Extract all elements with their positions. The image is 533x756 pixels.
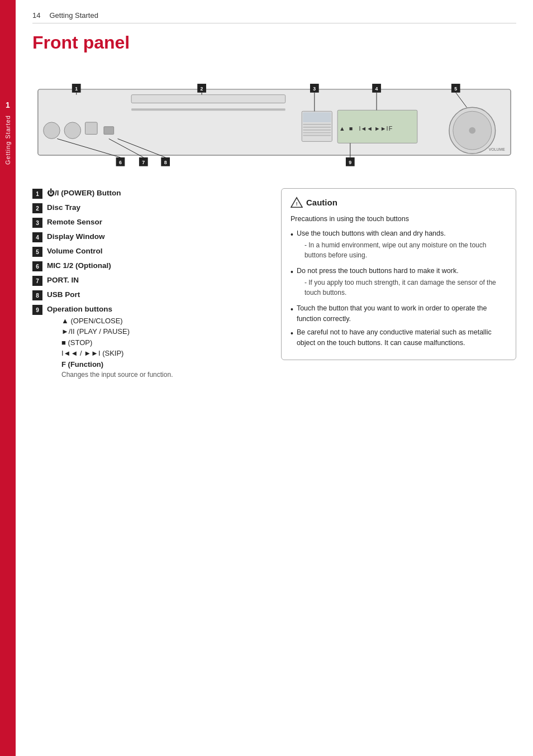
- label-sub-open-close: ▲ (OPEN/CLOSE): [61, 315, 173, 327]
- page-section: Getting Started: [49, 11, 98, 20]
- caution-title: Caution: [306, 197, 337, 209]
- svg-rect-10: [303, 127, 331, 128]
- svg-text:6: 6: [119, 160, 122, 165]
- caution-header: ! Caution: [291, 197, 507, 209]
- caution-box: ! Caution Precautions in using the touch…: [281, 188, 516, 360]
- caution-bullet-3: • Touch the button that you want to work…: [291, 303, 507, 324]
- device-svg: ▲ ■ I◄◄ ►►I F VOLUME 1 2 3 4 5: [32, 66, 516, 173]
- caution-icon: !: [291, 197, 303, 209]
- svg-text:7: 7: [142, 160, 145, 165]
- badge-5: 5: [32, 247, 42, 257]
- sidebar-number: 1: [6, 101, 10, 109]
- page-header: 14 Getting Started: [32, 11, 516, 23]
- caution-column: ! Caution Precautions in using the touch…: [281, 188, 516, 360]
- sidebar: 1 Getting Started: [0, 0, 16, 756]
- bullet-dot-1: •: [291, 229, 293, 241]
- badge-1: 1: [32, 189, 42, 199]
- label-item-8: 8 USB Port: [32, 290, 268, 300]
- caution-bullet-4-main: Be careful not to have any conductive ma…: [297, 327, 507, 348]
- label-item-6: 6 MIC 1/2 (Optional): [32, 261, 268, 271]
- label-item-4: 4 Display Window: [32, 232, 268, 242]
- caution-bullet-1: • Use the touch buttons with clean and d…: [291, 228, 507, 262]
- caution-bullet-2-sub: - If you apply too much strength, it can…: [297, 277, 507, 298]
- svg-rect-11: [303, 130, 331, 131]
- label-item-7: 7 PORT. IN: [32, 275, 268, 286]
- svg-text:►►I: ►►I: [374, 125, 388, 132]
- svg-rect-6: [131, 108, 285, 111]
- svg-rect-9: [303, 124, 331, 125]
- svg-text:5: 5: [454, 86, 457, 92]
- svg-rect-12: [303, 132, 331, 133]
- svg-text:VOLUME: VOLUME: [489, 147, 505, 151]
- label-text-8: USB Port: [47, 290, 80, 300]
- svg-rect-4: [104, 127, 114, 135]
- caution-bullet-4: • Be careful not to have any conductive …: [291, 327, 507, 348]
- svg-text:9: 9: [349, 160, 351, 165]
- svg-point-22: [469, 127, 475, 134]
- label-item-3: 3 Remote Sensor: [32, 217, 268, 228]
- label-sub-9: ▲ (OPEN/CLOSE) ►/II (PLAY / PAUSE) ■ (ST…: [47, 315, 173, 370]
- page-title: Front panel: [32, 32, 516, 53]
- caution-bullet-2-main: Do not press the touch buttons hard to m…: [297, 266, 507, 276]
- label-item-9: 9 Operation buttons ▲ (OPEN/CLOSE) ►/II …: [32, 304, 268, 379]
- badge-3: 3: [32, 218, 42, 228]
- label-item-1: 1 ⏻/I (POWER) Button: [32, 188, 268, 199]
- label-sub-skip: I◄◄ / ►►I (SKIP): [61, 348, 173, 359]
- badge-2: 2: [32, 203, 42, 213]
- caution-bullet-2: • Do not press the touch buttons hard to…: [291, 266, 507, 300]
- svg-text:3: 3: [313, 86, 316, 92]
- caution-bullet-1-main: Use the touch buttons with clean and dry…: [297, 228, 507, 239]
- label-sub-play-pause: ►/II (PLAY / PAUSE): [61, 326, 173, 337]
- bullet-dot-2: •: [291, 266, 293, 278]
- label-sub-stop: ■ (STOP): [61, 337, 173, 348]
- label-text-7: PORT. IN: [47, 275, 79, 286]
- label-text-2: Disc Tray: [47, 203, 80, 213]
- svg-text:▲: ▲: [339, 125, 345, 132]
- caution-subtitle: Precautions in using the touch buttons: [291, 214, 507, 224]
- badge-9: 9: [32, 305, 42, 315]
- svg-text:1: 1: [75, 86, 78, 92]
- bullet-dot-3: •: [291, 304, 293, 315]
- labels-column: 1 ⏻/I (POWER) Button 2 Disc Tray 3 Remot…: [32, 188, 268, 382]
- device-diagram: ▲ ■ I◄◄ ►►I F VOLUME 1 2 3 4 5: [32, 66, 516, 175]
- svg-rect-13: [303, 135, 331, 136]
- svg-text:!: !: [296, 202, 298, 207]
- label-text-5: Volume Control: [47, 246, 103, 257]
- label-text-3: Remote Sensor: [47, 217, 102, 228]
- badge-4: 4: [32, 232, 42, 242]
- caution-bullet-3-main: Touch the button that you want to work i…: [297, 303, 507, 324]
- label-sub-desc-9: Changes the input source or function.: [47, 371, 173, 379]
- label-sub-function: F (Function): [61, 359, 173, 370]
- svg-text:8: 8: [164, 160, 167, 165]
- svg-rect-8: [303, 112, 331, 122]
- label-text-1: ⏻/I (POWER) Button: [47, 188, 121, 199]
- svg-text:2: 2: [201, 86, 203, 92]
- label-item-5: 5 Volume Control: [32, 246, 268, 257]
- svg-rect-2: [64, 122, 81, 139]
- svg-text:I◄◄: I◄◄: [359, 125, 373, 132]
- label-text-4: Display Window: [47, 232, 104, 242]
- main-content: 14 Getting Started Front panel: [16, 0, 533, 399]
- svg-text:F: F: [389, 125, 393, 132]
- svg-text:■: ■: [349, 125, 353, 132]
- bullet-dot-4: •: [291, 328, 293, 339]
- svg-rect-3: [85, 122, 97, 135]
- label-text-9: Operation buttons: [47, 305, 112, 313]
- badge-8: 8: [32, 290, 42, 300]
- sidebar-label: Getting Started: [4, 115, 11, 165]
- label-text-6: MIC 1/2 (Optional): [47, 261, 111, 271]
- svg-rect-5: [131, 95, 285, 103]
- svg-rect-1: [44, 122, 60, 139]
- svg-text:4: 4: [375, 86, 378, 92]
- label-item-2: 2 Disc Tray: [32, 203, 268, 213]
- content-columns: 1 ⏻/I (POWER) Button 2 Disc Tray 3 Remot…: [32, 188, 516, 382]
- page-number: 14: [32, 11, 40, 20]
- badge-7: 7: [32, 276, 42, 286]
- caution-bullet-1-sub: - In a humid environment, wipe out any m…: [297, 240, 507, 260]
- badge-6: 6: [32, 261, 42, 271]
